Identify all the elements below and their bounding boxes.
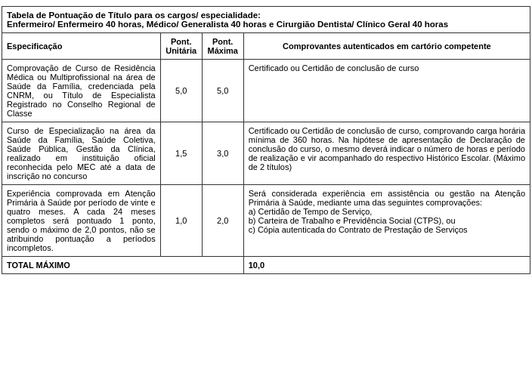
header-comprovantes: Comprovantes autenticados em cartório co…: [243, 33, 530, 60]
cell-especificacao: Experiência comprovada em Atenção Primár…: [2, 185, 161, 257]
cell-pont-unitaria: 1,0: [160, 185, 202, 257]
cell-pont-unitaria: 1,5: [160, 122, 202, 185]
header-pont-unitaria: Pont. Unitária: [160, 33, 202, 60]
total-row: TOTAL MÁXIMO10,0: [2, 257, 530, 274]
title-row: Tabela de Pontuação de Título para os ca…: [2, 7, 530, 33]
table-row: Experiência comprovada em Atenção Primár…: [2, 185, 530, 257]
header-especificacao: Especificação: [2, 33, 161, 60]
cell-comprovantes: Certificado ou Certidão de conclusão de …: [243, 122, 530, 185]
header-pont-maxima: Pont. Máxima: [202, 33, 243, 60]
table-title: Tabela de Pontuação de Título para os ca…: [2, 7, 530, 33]
title-line2: Enfermeiro/ Enfermeiro 40 horas, Médico/…: [7, 20, 448, 29]
table-row: Comprovação de Curso de Residência Médic…: [2, 60, 530, 122]
cell-especificacao: Curso de Especialização na área da Saúde…: [2, 122, 161, 185]
scoring-table: Tabela de Pontuação de Título para os ca…: [2, 6, 530, 274]
title-line1: Tabela de Pontuação de Título para os ca…: [7, 11, 261, 20]
header-row: Especificação Pont. Unitária Pont. Máxim…: [2, 33, 530, 60]
cell-comprovantes: Certificado ou Certidão de conclusão de …: [243, 60, 530, 122]
total-label: TOTAL MÁXIMO: [2, 257, 244, 274]
cell-pont-unitaria: 5,0: [160, 60, 202, 122]
cell-pont-maxima: 5,0: [202, 60, 243, 122]
table-row: Curso de Especialização na área da Saúde…: [2, 122, 530, 185]
cell-especificacao: Comprovação de Curso de Residência Médic…: [2, 60, 161, 122]
total-value: 10,0: [243, 257, 530, 274]
cell-pont-maxima: 3,0: [202, 122, 243, 185]
cell-comprovantes: Será considerada experiência em assistên…: [243, 185, 530, 257]
cell-pont-maxima: 2,0: [202, 185, 243, 257]
